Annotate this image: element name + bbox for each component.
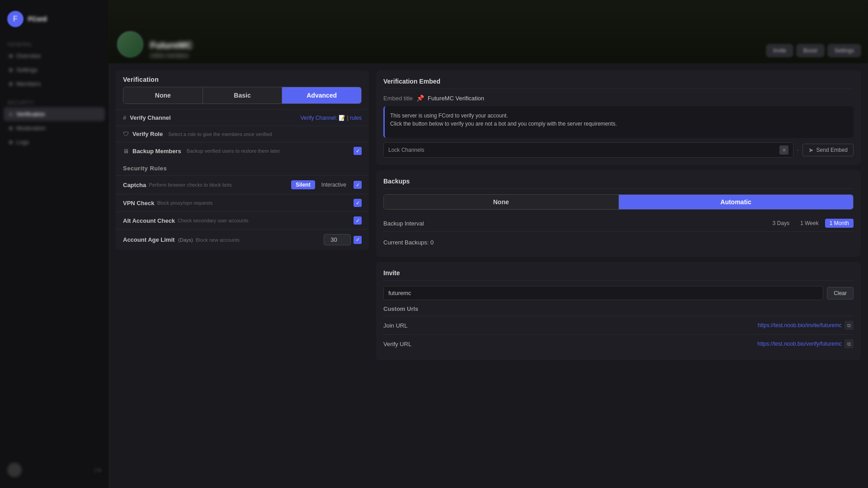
vpn-check-checkbox[interactable] <box>354 199 362 207</box>
sidebar-user-avatar <box>7 463 22 477</box>
dot-separator: · <box>797 147 798 153</box>
toggle-silent[interactable]: Silent <box>291 180 315 189</box>
tab-basic[interactable]: Basic <box>203 87 283 103</box>
interval-options: 3 Days 1 Week 1 Month <box>768 219 854 228</box>
join-url-row: Join URL https://test.noob.bio/invite/fu… <box>383 316 854 334</box>
alt-account-sub: Check secondary user accounts <box>178 218 249 223</box>
sidebar-item-members[interactable]: Members <box>4 77 105 91</box>
backup-tab-none[interactable]: None <box>384 195 619 209</box>
send-embed-button[interactable]: ➤ Send Embed <box>802 144 854 156</box>
captcha-label: Captcha <box>123 182 146 188</box>
main-content: FutureMC online members Invite Boost Set… <box>108 0 868 488</box>
captcha-toggle: Silent Interactive <box>291 180 351 189</box>
verify-url-copy-button[interactable]: ⧉ <box>844 339 854 348</box>
server-sub: online members <box>150 52 192 59</box>
account-age-input[interactable] <box>324 234 351 245</box>
embed-title-label: Embed title <box>383 95 413 102</box>
interval-1month[interactable]: 1 Month <box>825 219 854 228</box>
backup-members-label: Backup Members <box>132 148 181 155</box>
sidebar-item-logs[interactable]: Logs <box>4 135 105 149</box>
vpn-check-row: VPN Check Block proxy/vpn requests <box>116 194 369 211</box>
lock-channels-clear-button[interactable]: ✕ <box>779 145 788 155</box>
account-age-right <box>324 234 362 245</box>
tab-none[interactable]: None <box>123 87 203 103</box>
verification-embed-section: Verification Embed Embed title 📌 FutureM… <box>376 70 861 165</box>
banner-overlay <box>108 0 868 63</box>
verify-url-value-group: https://test.noob.bio/verify/futuremc ⧉ <box>757 339 854 348</box>
join-url-value-group: https://test.noob.bio/invite/futuremc ⧉ <box>758 321 854 330</box>
account-age-row: Account Age Limit (Days) Block new accou… <box>116 229 369 250</box>
clear-invite-button[interactable]: Clear <box>827 287 854 300</box>
current-backups: Current Backups: 0 <box>383 235 854 249</box>
sidebar: F FCord General Overview Settings Member… <box>0 0 108 488</box>
join-url-text: https://test.noob.bio/invite/futuremc <box>758 322 842 328</box>
sidebar-dot <box>9 141 13 144</box>
hash-icon: # <box>123 114 126 121</box>
tab-advanced[interactable]: Advanced <box>282 87 361 103</box>
backup-members-checkbox[interactable] <box>354 147 362 155</box>
join-url-copy-button[interactable]: ⧉ <box>844 321 854 330</box>
verify-channel-right: Verify Channel: 📝 | rules <box>300 115 362 121</box>
verification-section: Verification None Basic Advanced # Verif… <box>116 70 369 250</box>
invite-input-row: Clear <box>383 286 854 300</box>
sidebar-dot <box>9 127 13 130</box>
sidebar-section-security: Security Verification Moderation Logs <box>4 98 105 149</box>
banner-actions: Invite Boost Settings <box>766 44 861 57</box>
account-age-checkbox[interactable] <box>354 236 362 244</box>
join-url-label: Join URL <box>383 322 407 329</box>
server-avatar <box>116 30 145 59</box>
shield-icon: 🛡 <box>123 131 129 137</box>
boost-button[interactable]: Boost <box>797 44 824 57</box>
app-logo-text: FCord <box>28 15 47 23</box>
security-rules-header: Security Rules <box>116 160 369 175</box>
sidebar-item-overview[interactable]: Overview <box>4 49 105 63</box>
captcha-right: Silent Interactive <box>291 180 362 189</box>
settings-button[interactable]: Settings <box>828 44 861 57</box>
vpn-check-sub: Block proxy/vpn requests <box>157 200 212 206</box>
embed-title-value: FutureMC Verification <box>428 95 484 102</box>
sidebar-item-verification[interactable]: Verification <box>4 107 105 121</box>
interval-3days[interactable]: 3 Days <box>768 219 794 228</box>
toggle-interactive[interactable]: Interactive <box>317 180 351 189</box>
sidebar-item-settings[interactable]: Settings <box>4 63 105 77</box>
invite-input[interactable] <box>383 286 823 300</box>
send-embed-label: Send Embed <box>816 147 848 153</box>
verify-url-label: Verify URL <box>383 341 411 347</box>
lock-channels-input[interactable]: Lock Channels ✕ <box>383 142 793 158</box>
verify-role-sub: Select a role to give the members once v… <box>168 131 272 137</box>
verify-role-row: 🛡 Verify Role Select a role to give the … <box>116 126 369 142</box>
backups-section: Backups None Automatic Backup Interval 3… <box>376 170 861 257</box>
sidebar-dot <box>9 82 13 86</box>
sidebar-dot <box>9 54 13 58</box>
verify-channel-link-rules[interactable]: rules <box>350 115 362 121</box>
verify-url-text: https://test.noob.bio/verify/futuremc <box>757 341 842 347</box>
captcha-row: Captcha Perform browser checks to block … <box>116 175 369 194</box>
right-panel: Verification Embed Embed title 📌 FutureM… <box>376 70 861 481</box>
backup-tabs: None Automatic <box>383 194 854 210</box>
interval-1week[interactable]: 1 Week <box>796 219 823 228</box>
captcha-checkbox[interactable] <box>354 181 362 189</box>
alt-account-checkbox[interactable] <box>354 216 362 225</box>
sidebar-logo: F FCord <box>4 7 105 31</box>
backup-interval-label: Backup Interval <box>383 220 424 227</box>
lock-channels-text: Lock Channels <box>388 147 424 153</box>
vpn-check-right <box>354 199 362 207</box>
embed-body-line1: This server is using FCord to verify you… <box>390 112 848 120</box>
backup-tab-automatic[interactable]: Automatic <box>619 195 854 209</box>
vpn-check-label: VPN Check <box>123 200 154 206</box>
backup-members-right <box>354 147 362 155</box>
verification-embed-title: Verification Embed <box>383 78 854 89</box>
backup-interval-row: Backup Interval 3 Days 1 Week 1 Month <box>383 215 854 232</box>
embed-body: This server is using FCord to verify you… <box>383 106 854 138</box>
sidebar-section-general: General Overview Settings Members <box>4 40 105 91</box>
custom-urls-label: Custom Urls <box>383 305 854 312</box>
verification-panel: Verification None Basic Advanced # Verif… <box>116 70 369 481</box>
invite-button[interactable]: Invite <box>766 44 793 57</box>
verify-url-row: Verify URL https://test.noob.bio/verify/… <box>383 334 854 353</box>
embed-title-row: Embed title 📌 FutureMC Verification <box>383 94 854 102</box>
sidebar-item-moderation[interactable]: Moderation <box>4 121 105 135</box>
account-age-tag: (Days) <box>178 237 193 243</box>
embed-footer: Lock Channels ✕ · ➤ Send Embed <box>383 142 854 158</box>
sidebar-dot <box>9 113 13 116</box>
verify-channel-text: Verify Channel: 📝 | rules <box>300 115 362 121</box>
